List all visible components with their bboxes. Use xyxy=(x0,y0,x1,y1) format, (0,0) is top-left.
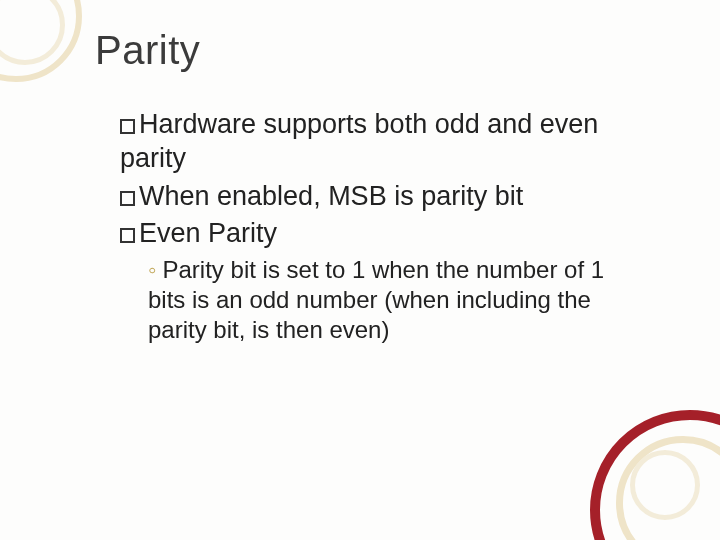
slide-title: Parity xyxy=(95,28,200,73)
sub-bullet-text: Parity bit is set to 1 when the number o… xyxy=(148,256,604,343)
bullet-text: When enabled, MSB is parity bit xyxy=(139,181,523,211)
square-bullet-icon xyxy=(120,119,135,134)
slide: Parity Hardware supports both odd and ev… xyxy=(0,0,720,540)
decor-ring-bottom-inner xyxy=(630,450,700,520)
square-bullet-icon xyxy=(120,191,135,206)
sub-bullet-item: ◦Parity bit is set to 1 when the number … xyxy=(148,255,640,345)
bullet-text: Hardware supports both odd and even pari… xyxy=(120,109,598,173)
sub-bullet-list: ◦Parity bit is set to 1 when the number … xyxy=(148,255,640,345)
bullet-item: Even Parity xyxy=(120,217,640,251)
bullet-item: Hardware supports both odd and even pari… xyxy=(120,108,640,176)
square-bullet-icon xyxy=(120,228,135,243)
slide-body: Hardware supports both odd and even pari… xyxy=(120,108,640,345)
bullet-text: Even Parity xyxy=(139,218,277,248)
circle-bullet-icon: ◦ xyxy=(148,255,157,285)
bullet-item: When enabled, MSB is parity bit xyxy=(120,180,640,214)
